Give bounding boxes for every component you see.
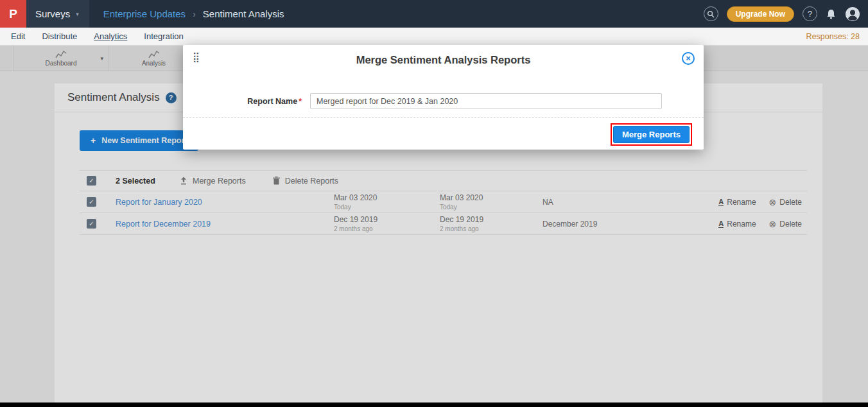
merge-reports-dialog: ⣿ Merge Sentiment Analysis Reports × Rep… xyxy=(183,45,704,150)
required-marker: * xyxy=(299,97,302,106)
tab-distribute[interactable]: Distribute xyxy=(42,31,77,41)
breadcrumb: Enterprise Updates › Sentiment Analysis xyxy=(103,8,284,19)
merge-reports-button[interactable]: Merge Reports xyxy=(613,126,690,143)
bottom-black-bar xyxy=(0,403,868,407)
report-name-input[interactable] xyxy=(310,93,662,109)
close-icon[interactable]: × xyxy=(682,52,695,65)
report-name-label: Report Name* xyxy=(183,97,302,106)
upgrade-now-button[interactable]: Upgrade Now xyxy=(727,6,794,22)
dialog-header: ⣿ Merge Sentiment Analysis Reports × xyxy=(183,45,704,72)
survey-tabs-bar: Edit Distribute Analytics Integration Re… xyxy=(0,28,868,46)
user-avatar[interactable] xyxy=(845,6,860,22)
breadcrumb-parent[interactable]: Enterprise Updates xyxy=(103,8,186,19)
tab-edit[interactable]: Edit xyxy=(11,31,25,41)
dialog-title: Merge Sentiment Analysis Reports xyxy=(183,45,704,74)
report-name-row: Report Name* xyxy=(183,93,704,109)
breadcrumb-current: Sentiment Analysis xyxy=(203,8,284,19)
report-name-label-text: Report Name xyxy=(247,97,297,106)
search-icon[interactable] xyxy=(704,6,718,21)
responses-count: Responses: 28 xyxy=(806,32,868,41)
app-logo[interactable]: P xyxy=(0,0,26,28)
tab-analytics[interactable]: Analytics xyxy=(94,31,127,41)
top-navbar: P Surveys ▾ Enterprise Updates › Sentime… xyxy=(0,0,868,28)
topbar-actions: Upgrade Now ? xyxy=(704,6,868,22)
chevron-down-icon: ▾ xyxy=(76,11,79,17)
breadcrumb-separator-icon: › xyxy=(193,9,196,19)
surveys-dropdown[interactable]: Surveys ▾ xyxy=(26,0,89,28)
dialog-footer: Merge Reports xyxy=(183,118,704,146)
surveys-label: Surveys xyxy=(35,8,70,19)
help-icon[interactable]: ? xyxy=(803,6,817,21)
drag-handle-icon[interactable]: ⣿ xyxy=(193,51,200,63)
tab-integration[interactable]: Integration xyxy=(144,31,183,41)
annotation-highlight: Merge Reports xyxy=(611,123,692,146)
notifications-bell-icon[interactable] xyxy=(826,8,837,20)
